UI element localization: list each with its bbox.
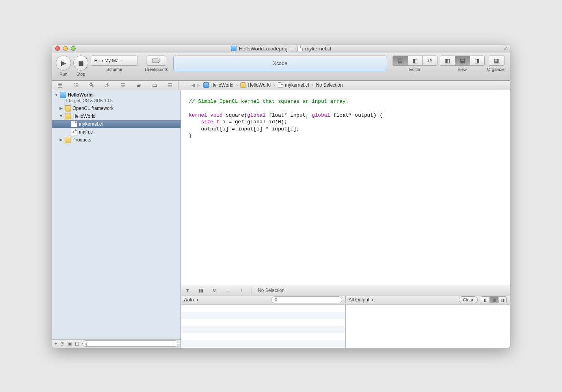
view-label: View — [458, 67, 467, 72]
variables-scope-selector[interactable]: Auto — [184, 297, 199, 303]
file-tree[interactable]: ▼ HelloWorld 1 target, OS X SDK 10.8 ▶ O… — [52, 90, 181, 339]
stop-button[interactable]: ◼ — [73, 56, 88, 71]
step-over-icon[interactable]: ↻ — [211, 288, 218, 293]
folder-icon — [65, 137, 71, 143]
tree-project-root[interactable]: ▼ HelloWorld — [52, 91, 181, 99]
editor-assistant-button[interactable]: ◧ — [408, 56, 422, 66]
filter-icon[interactable]: ◫ — [75, 341, 79, 346]
breakpoints-label: Breakpoints — [145, 67, 168, 72]
tree-item-framework[interactable]: ▶ OpenCL.framework — [52, 104, 181, 112]
activity-text: Xcode — [273, 60, 287, 66]
tree-item-file-selected[interactable]: mykernel.cl — [52, 120, 181, 128]
breakpoint-navigator-tab[interactable]: ▭ — [147, 81, 162, 90]
stop-label: Stop — [76, 72, 86, 76]
navigator-tabbar: ▤ ☷ 🔍︎ ⚠ ☰ ▰ ▭ ☰ ⁙ ◀ ▶ HelloWorld › Hell… — [52, 81, 510, 90]
filter-glyph-icon: ◐ — [85, 342, 89, 346]
tree-item-products[interactable]: ▶ Products — [52, 136, 181, 144]
document-icon — [297, 46, 303, 51]
activity-view: Xcode — [173, 56, 387, 71]
debug-toolbar: ▼ ▮▮ ↻ ↓ ↑ No Selection — [181, 286, 510, 295]
folder-icon — [65, 113, 71, 119]
organizer-label: Organizer — [487, 67, 506, 72]
editor-area: // Simple OpenCL kernel that squares an … — [181, 90, 510, 348]
jumpbar-forward-icon[interactable]: ▶ — [196, 82, 201, 88]
debug-panes — [181, 305, 510, 348]
jumpbar-symbol[interactable]: No Selection — [315, 82, 344, 88]
log-navigator-tab[interactable]: ☰ — [162, 81, 178, 90]
scheme-selector[interactable]: H.. › My Ma... — [91, 56, 138, 66]
jump-bar: ⁙ ◀ ▶ HelloWorld › HelloWorld › mykernel… — [179, 81, 510, 90]
clear-console-button[interactable]: Clear — [459, 296, 478, 303]
tree-project-name: HelloWorld — [68, 92, 93, 98]
issue-navigator-tab[interactable]: ⚠ — [99, 81, 115, 90]
c-file-icon — [71, 129, 77, 135]
breakpoint-icon — [152, 58, 161, 63]
search-navigator-tab[interactable]: 🔍︎ — [84, 81, 99, 90]
variables-pane[interactable] — [181, 305, 346, 348]
project-icon — [203, 82, 209, 88]
fullscreen-icon[interactable]: ⤢ — [504, 46, 508, 51]
editor-version-button[interactable]: ↺ — [422, 56, 437, 66]
tree-item-label: Products — [73, 137, 91, 143]
test-navigator-tab[interactable]: ☰ — [115, 81, 131, 90]
view-navigator-button[interactable]: ◧ — [440, 56, 455, 66]
jumpbar-back-icon[interactable]: ◀ — [190, 82, 195, 88]
editor-standard-button[interactable]: ▤ — [393, 56, 408, 66]
search-icon: 🔍︎ — [274, 297, 278, 302]
folder-icon — [240, 82, 246, 88]
close-window-button[interactable] — [55, 46, 60, 51]
add-icon[interactable]: + — [54, 341, 57, 346]
run-button[interactable]: ▶ — [56, 56, 71, 71]
titlebar: HelloWorld.xcodeproj — mykernel.cl ⤢ — [52, 45, 510, 53]
zoom-window-button[interactable] — [71, 46, 76, 51]
project-navigator: ▼ HelloWorld 1 target, OS X SDK 10.8 ▶ O… — [52, 90, 181, 348]
run-label: Run — [60, 72, 67, 76]
tree-project-subtitle: 1 target, OS X SDK 10.8 — [52, 98, 181, 104]
show-variables-only-button[interactable]: ◧ — [481, 296, 489, 303]
organizer-button[interactable]: ▦ — [489, 56, 504, 66]
scheme-label: Scheme — [106, 67, 122, 72]
title-document: mykernel.cl — [305, 46, 331, 52]
debug-filter-bar: Auto 🔍︎ All Output — [181, 295, 510, 305]
variables-search-input[interactable]: 🔍︎ — [271, 296, 342, 303]
project-icon — [60, 92, 66, 98]
show-both-panes-button[interactable]: ▥ — [489, 296, 498, 303]
view-debug-button[interactable]: ⬓ — [455, 56, 470, 66]
tree-item-label: main.c — [79, 129, 93, 135]
toggle-debug-icon[interactable]: ▼ — [184, 288, 191, 293]
navigator-filter-input[interactable]: ◐ — [82, 340, 178, 347]
minimize-window-button[interactable] — [63, 46, 68, 51]
scheme-text: H.. › My Ma... — [94, 58, 123, 63]
source-editor[interactable]: // Simple OpenCL kernel that squares an … — [181, 90, 510, 286]
debug-navigator-tab[interactable]: ▰ — [131, 81, 147, 90]
traffic-lights — [55, 46, 76, 51]
show-console-only-button[interactable]: ◨ — [498, 296, 507, 303]
scm-icon[interactable]: ▣ — [67, 341, 72, 346]
console-output-selector[interactable]: All Output — [349, 297, 374, 303]
related-items-icon[interactable]: ⁙ — [180, 82, 190, 88]
console-pane[interactable] — [346, 305, 510, 348]
symbol-navigator-tab[interactable]: ☷ — [68, 81, 84, 90]
step-in-icon[interactable]: ↓ — [224, 288, 231, 293]
project-navigator-tab[interactable]: ▤ — [52, 81, 68, 90]
xcode-window: HelloWorld.xcodeproj — mykernel.cl ⤢ ▶ R… — [52, 45, 510, 348]
view-utilities-button[interactable]: ◨ — [470, 56, 485, 66]
debug-thread-label: No Selection — [258, 288, 285, 293]
jumpbar-file[interactable]: mykernel.cl — [277, 82, 310, 88]
pause-icon[interactable]: ▮▮ — [197, 288, 205, 293]
jumpbar-group[interactable]: HelloWorld — [239, 82, 272, 88]
recent-icon[interactable]: ◷ — [60, 341, 64, 346]
breakpoints-button[interactable] — [147, 56, 166, 66]
title-project: HelloWorld.xcodeproj — [239, 46, 287, 52]
tree-item-file[interactable]: main.c — [52, 128, 181, 136]
title-separator: — — [290, 46, 295, 52]
content-area: ▼ HelloWorld 1 target, OS X SDK 10.8 ▶ O… — [52, 90, 510, 348]
step-out-icon[interactable]: ↑ — [238, 288, 245, 293]
toolbar: ▶ Run ◼ Stop H.. › My Ma... Scheme Break… — [52, 53, 510, 81]
tree-item-label: OpenCL.framework — [73, 106, 114, 111]
jumpbar-project[interactable]: HelloWorld — [202, 82, 234, 88]
tree-item-folder[interactable]: ▼ HelloWorld — [52, 112, 181, 120]
project-icon — [231, 46, 236, 51]
tree-item-label: mykernel.cl — [79, 121, 103, 127]
navigator-filter-bar: + ◷ ▣ ◫ ◐ — [52, 339, 181, 348]
